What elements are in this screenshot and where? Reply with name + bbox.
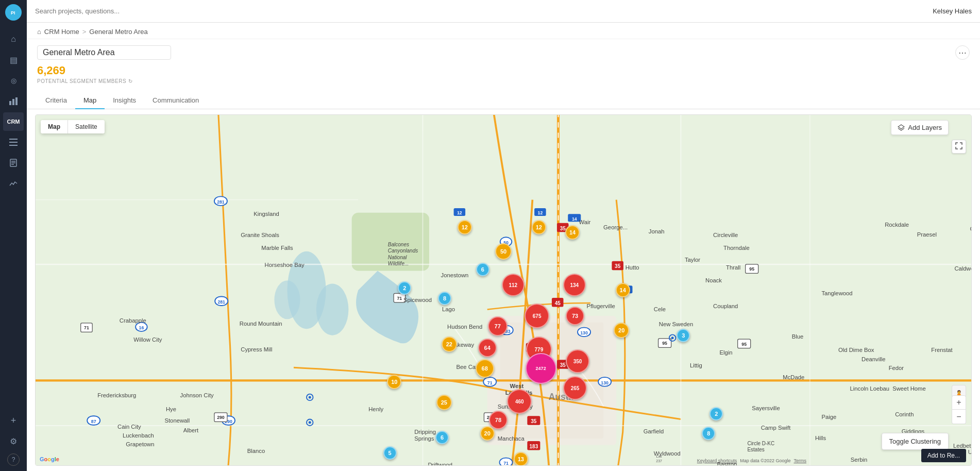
svg-text:George...: George... (603, 224, 628, 230)
map-cluster-c5[interactable]: 6 (476, 263, 489, 276)
svg-point-191 (671, 337, 674, 339)
svg-text:183: 183 (530, 444, 538, 449)
sidebar-item-contacts[interactable]: ◎ (3, 71, 24, 90)
sidebar-item-analytics[interactable] (3, 92, 24, 110)
svg-text:Union Hill: Union Hill (968, 449, 971, 455)
keyboard-shortcuts-link[interactable]: Keyboard shortcuts (697, 458, 737, 463)
add-to-results-label: Add to Re... (927, 452, 960, 459)
map-cluster-c17[interactable]: 64 (478, 339, 497, 357)
svg-text:Tanglewood: Tanglewood (821, 290, 852, 296)
page-title-input[interactable] (37, 45, 171, 60)
map-cluster-c10[interactable]: 14 (616, 283, 630, 297)
map-cluster-c11[interactable]: 675 (525, 304, 549, 328)
add-to-results-button[interactable]: Add to Re... (921, 449, 966, 462)
map-cluster-c9[interactable]: 134 (563, 274, 586, 296)
more-options-button[interactable]: ⋯ (955, 45, 970, 60)
map-cluster-c29[interactable]: 8 (702, 427, 715, 440)
map-cluster-c23[interactable]: 25 (436, 395, 452, 410)
map-cluster-c14[interactable]: 20 (614, 323, 629, 338)
svg-text:Lincoln Loebau: Lincoln Loebau (850, 385, 889, 392)
map-background[interactable]: 12 12 14 14 35 35 (36, 115, 971, 465)
tab-communication[interactable]: Communication (144, 92, 207, 109)
sidebar-item-campaigns[interactable]: ▤ (3, 51, 24, 69)
svg-text:Jonah: Jonah (649, 228, 665, 234)
svg-text:71: 71 (84, 325, 89, 330)
segment-count: 6,269 (37, 64, 970, 77)
svg-text:Fedor: Fedor (889, 365, 904, 371)
fullscreen-button[interactable] (952, 140, 966, 154)
sidebar-item-reports[interactable] (3, 174, 24, 193)
svg-text:Sayersville: Sayersville (752, 405, 780, 411)
map-type-map-button[interactable]: Map (41, 120, 67, 133)
svg-text:Cain City: Cain City (117, 424, 141, 430)
map-cluster-c25[interactable]: 460 (507, 389, 532, 414)
svg-text:Kingsland: Kingsland (254, 211, 279, 217)
map-cluster-c15[interactable]: 3 (677, 329, 690, 342)
svg-text:Henly: Henly (368, 406, 383, 412)
sidebar-item-settings[interactable]: ⚙ (3, 432, 24, 450)
terms-link[interactable]: Terms (794, 458, 807, 463)
svg-text:Deanville: Deanville (861, 356, 885, 362)
map-cluster-c32[interactable]: 13 (514, 452, 528, 465)
sidebar-item-home[interactable]: ⌂ (3, 30, 24, 48)
map-cluster-c19[interactable]: 68 (476, 359, 494, 378)
app-logo[interactable]: PI (5, 4, 22, 21)
svg-text:Hills: Hills (815, 435, 826, 441)
tab-insights[interactable]: Insights (105, 92, 144, 109)
svg-text:Marble Falls: Marble Falls (261, 245, 293, 251)
svg-text:McDade: McDade (783, 374, 804, 380)
map-cluster-c26[interactable]: 78 (489, 411, 508, 429)
zoom-in-button[interactable]: + (952, 395, 966, 410)
search-input[interactable] (35, 4, 241, 19)
refresh-icon[interactable]: ↻ (128, 78, 133, 84)
map-cluster-c7[interactable]: 8 (438, 292, 451, 305)
map-cluster-c13[interactable]: 77 (488, 316, 508, 336)
map-type-satellite-button[interactable]: Satellite (68, 120, 105, 133)
svg-text:Caldwell: Caldwell (954, 265, 971, 272)
add-layers-button[interactable]: Add Layers (891, 120, 949, 135)
svg-point-15 (274, 280, 300, 319)
breadcrumb-home-link[interactable]: CRM Home (44, 28, 79, 36)
zoom-controls: + − (952, 395, 966, 424)
zoom-out-button[interactable]: − (952, 410, 966, 424)
map-cluster-c4[interactable]: 50 (495, 243, 512, 260)
svg-text:Elgin: Elgin (720, 349, 733, 356)
svg-text:Pflugerville: Pflugerville (587, 303, 615, 309)
map-cluster-c22[interactable]: 10 (387, 375, 401, 389)
svg-text:71: 71 (503, 461, 509, 465)
svg-text:Littig: Littig (690, 362, 702, 368)
map-cluster-c28[interactable]: 2 (709, 407, 723, 420)
map-cluster-c20[interactable]: 2472 (526, 353, 556, 384)
map-cluster-c30[interactable]: 6 (435, 431, 449, 444)
topbar: Kelsey Hales (27, 0, 980, 23)
map-cluster-c16[interactable]: 22 (442, 337, 457, 352)
svg-text:Frenstat: Frenstat (931, 347, 953, 353)
map-cluster-c1[interactable]: 12 (458, 220, 472, 234)
layers-icon (898, 124, 905, 131)
svg-rect-2 (9, 101, 11, 105)
map-cluster-c2[interactable]: 12 (532, 220, 546, 234)
map-cluster-c8[interactable]: 112 (502, 274, 525, 296)
map-cluster-c21[interactable]: 350 (566, 349, 589, 373)
svg-text:Spicewood: Spicewood (403, 297, 432, 303)
svg-text:95: 95 (749, 266, 754, 272)
map-cluster-c3[interactable]: 14 (565, 225, 580, 240)
sidebar-item-forms[interactable] (3, 154, 24, 172)
svg-text:71: 71 (397, 296, 402, 301)
sidebar-item-lists[interactable] (3, 133, 24, 152)
sidebar-item-crm[interactable]: CRM (3, 112, 24, 131)
map-cluster-c31[interactable]: 5 (383, 446, 397, 460)
map-cluster-c12[interactable]: 73 (566, 307, 584, 325)
map-cluster-c24[interactable]: 265 (563, 376, 587, 400)
map-container: 12 12 14 14 35 35 (35, 114, 972, 466)
toggle-clustering-button[interactable]: Toggle Clustering (882, 433, 949, 450)
sidebar-item-help[interactable]: ? (7, 453, 20, 466)
svg-text:Blue: Blue (792, 333, 804, 340)
svg-text:Springs: Springs (414, 435, 434, 442)
svg-text:130: 130 (580, 330, 588, 335)
tab-map[interactable]: Map (75, 92, 105, 109)
map-cluster-c6[interactable]: 2 (398, 281, 411, 295)
sidebar-item-add[interactable]: + (3, 411, 24, 430)
tab-criteria[interactable]: Criteria (37, 92, 75, 109)
map-cluster-c27[interactable]: 20 (480, 426, 495, 441)
